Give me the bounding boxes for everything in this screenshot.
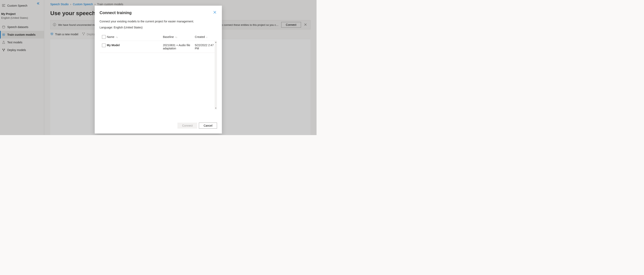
connect-training-modal: Connect training Connect your existing m…: [95, 6, 222, 133]
modal-description: Connect your existing models to the curr…: [100, 20, 217, 23]
modal-title: Connect training: [100, 10, 132, 15]
scroll-down-icon[interactable]: ▼: [215, 107, 216, 109]
row-name: My Model: [107, 43, 163, 47]
modal-overlay[interactable]: Connect training Connect your existing m…: [0, 0, 316, 135]
modal-body: Connect your existing models to the curr…: [95, 17, 222, 119]
row-checkbox[interactable]: [102, 43, 106, 47]
row-created: 5/22/2022 2:47 PM: [195, 43, 217, 50]
select-all-checkbox[interactable]: [102, 35, 106, 39]
modal-cancel-button[interactable]: Cancel: [199, 123, 217, 129]
modal-language: Language: English (United States): [100, 26, 217, 29]
modal-close-button[interactable]: [212, 10, 217, 15]
row-baseline: 20210831 + Audio file adaptation: [163, 43, 195, 50]
sort-both-icon: ↑↓: [116, 36, 118, 38]
modal-connect-button: Connect: [178, 123, 197, 129]
table-body: My Model 20210831 + Audio file adaptatio…: [100, 41, 217, 109]
column-header-created[interactable]: Created ↓: [195, 35, 217, 38]
scrollbar[interactable]: ▲ ▼: [214, 41, 217, 109]
modal-header: Connect training: [95, 6, 222, 17]
sort-desc-icon: ↓: [206, 36, 208, 38]
column-header-baseline[interactable]: Baseline ↑↓: [163, 35, 195, 38]
modal-table: Name ↑↓ Baseline ↑↓ Created ↓: [100, 33, 217, 109]
column-header-name[interactable]: Name ↑↓: [107, 35, 163, 38]
close-icon: [214, 11, 216, 14]
modal-footer: Connect Cancel: [95, 119, 222, 133]
select-all-checkbox-cell: [100, 35, 107, 39]
table-header: Name ↑↓ Baseline ↑↓ Created ↓: [100, 33, 217, 41]
sort-both-icon: ↑↓: [175, 36, 178, 38]
table-row[interactable]: My Model 20210831 + Audio file adaptatio…: [100, 41, 217, 53]
row-checkbox-cell: [100, 43, 107, 47]
scroll-up-icon[interactable]: ▲: [215, 41, 216, 43]
